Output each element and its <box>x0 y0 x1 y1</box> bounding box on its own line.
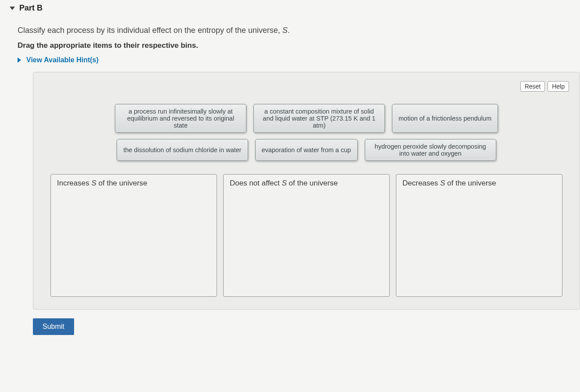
bin-decreases[interactable]: Decreases S of the universe <box>396 174 562 297</box>
hints-toggle[interactable]: View Available Hint(s) <box>18 56 571 64</box>
collapse-icon <box>10 7 15 10</box>
bin-no-effect[interactable]: Does not affect S of the universe <box>223 174 390 297</box>
part-title: Part B <box>19 4 43 13</box>
part-header[interactable]: Part B <box>10 4 571 13</box>
drag-item[interactable]: motion of a frictionless pendulum <box>392 104 498 133</box>
bin-increases[interactable]: Increases S of the universe <box>50 174 217 297</box>
entropy-symbol: S <box>282 26 288 35</box>
prompt-text-pre: Classify each process by its individual … <box>18 26 282 35</box>
drag-item[interactable]: evaporation of water from a cup <box>255 139 358 161</box>
chevron-right-icon <box>18 57 21 63</box>
draggable-items-pool: a process run infinitesimally slowly at … <box>44 104 569 174</box>
instruction-text: Drag the appropriate items to their resp… <box>18 41 571 50</box>
bin-title: Increases S of the universe <box>57 179 210 188</box>
drag-item[interactable]: hydrogen peroxide slowly decomposing int… <box>365 139 496 161</box>
reset-button[interactable]: Reset <box>520 81 545 92</box>
prompt-text-post: . <box>288 26 290 35</box>
submit-button[interactable]: Submit <box>33 318 74 335</box>
help-button[interactable]: Help <box>548 81 569 92</box>
bin-title: Decreases S of the universe <box>402 179 556 188</box>
drag-item[interactable]: a constant composition mixture of solid … <box>253 104 385 133</box>
sorting-workspace: Reset Help a process run infinitesimally… <box>33 72 580 310</box>
hints-label: View Available Hint(s) <box>26 56 99 64</box>
drag-item[interactable]: a process run infinitesimally slowly at … <box>115 104 246 133</box>
question-prompt: Classify each process by its individual … <box>18 26 571 35</box>
drag-item[interactable]: the dissolution of sodium chloride in wa… <box>117 139 248 161</box>
bin-title: Does not affect S of the universe <box>230 179 383 188</box>
